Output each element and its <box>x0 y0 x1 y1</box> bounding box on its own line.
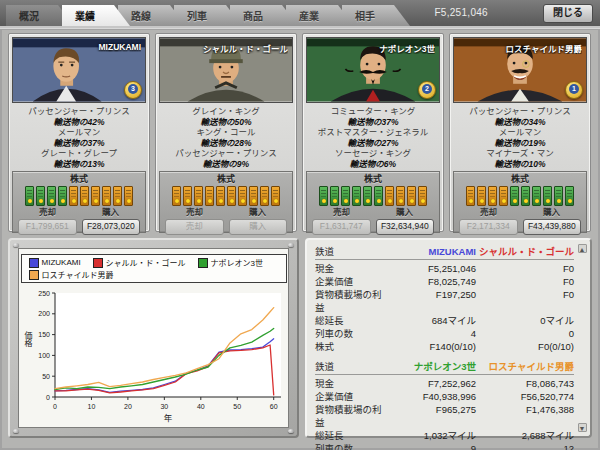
scroll-down-icon[interactable]: ▼ <box>578 423 587 432</box>
buy-label: 購入 <box>396 208 413 217</box>
legend-item: シャルル・ド・ゴール <box>93 257 186 268</box>
award-value: 輸送物の10% <box>453 159 587 170</box>
stock-certificate <box>477 186 486 206</box>
stock-certificate <box>499 186 508 206</box>
stock-certificates <box>16 186 142 206</box>
stock-box: 株式 売却 購入 F1,631,747 F32,634,940 <box>306 171 440 233</box>
close-button[interactable]: 閉じる <box>543 4 593 23</box>
trade-labels: 売却 購入 <box>310 208 436 217</box>
table-row: 現金F5,251,046F0 <box>315 262 574 275</box>
stock-chart-panel: MIZUKAMI シャルル・ド・ゴール ナポレオン3世 ロスチャイルド男爵 価格… <box>8 238 299 438</box>
buy-button[interactable]: F32,634,940 <box>376 219 435 235</box>
player-cash-readout: F5,251,046 <box>434 7 488 18</box>
player-name: シャルル・ド・ゴール <box>164 42 288 54</box>
bottom-row: MIZUKAMI シャルル・ド・ゴール ナポレオン3世 ロスチャイルド男爵 価格… <box>0 232 600 438</box>
stock-certificate <box>58 186 67 206</box>
stock-certificate <box>418 186 427 206</box>
chart-plot: 0501001502002500102030405060年 <box>21 287 289 425</box>
tab-strip: 概況 業績 路線 列車 商品 産業 相手 <box>6 5 398 26</box>
svg-text:0: 0 <box>53 403 57 410</box>
award-value: 輸送物の6% <box>306 159 440 170</box>
awards-list: グレイン・キング 輸送物の50% キング・コール 輸送物の28% パッセンジャー… <box>159 103 293 171</box>
legend-swatch-icon <box>29 270 39 280</box>
buy-button[interactable]: F28,073,020 <box>82 219 141 235</box>
award-title: コミューター・キング <box>306 106 440 117</box>
tab-opponents[interactable]: 相手 <box>342 5 410 26</box>
svg-text:150: 150 <box>38 331 50 338</box>
award-value: 輸送物の37% <box>12 138 146 149</box>
player-panel-mizukami: MIZUKAMI 3 パッセンジャー・プリンス 輸送物の42% メールマン 輸送… <box>8 33 150 232</box>
buy-button[interactable]: 購入 <box>229 219 288 235</box>
award-title: パッセンジャー・プリンス <box>453 106 587 117</box>
stock-certificates <box>163 186 289 206</box>
svg-text:0: 0 <box>46 394 50 401</box>
stock-certificate <box>113 186 122 206</box>
stock-box: 株式 売却 購入 F2,171,334 F43,439,880 <box>453 171 587 233</box>
stock-certificate <box>532 186 541 206</box>
table-row: 貨物積載場の利益F197,250F0 <box>315 288 574 314</box>
stock-certificate <box>80 186 89 206</box>
svg-text:40: 40 <box>197 403 205 410</box>
awards-list: パッセンジャー・プリンス 輸送物の42% メールマン 輸送物の37% グレート・… <box>12 103 146 171</box>
stock-certificate <box>396 186 405 206</box>
stock-certificate <box>238 186 247 206</box>
award-title: メールマン <box>12 127 146 138</box>
stock-certificate <box>91 186 100 206</box>
sell-button[interactable]: F1,799,651 <box>18 219 77 235</box>
svg-text:50: 50 <box>233 403 241 410</box>
svg-text:100: 100 <box>38 352 50 359</box>
player-panel-rothschild: ロスチャイルド男爵 1 パッセンジャー・プリンス 輸送物の34% メールマン 輸… <box>449 33 591 232</box>
stock-certificate <box>271 186 280 206</box>
stock-certificate <box>194 186 203 206</box>
legend-label: ナポレオン3世 <box>211 257 263 268</box>
awards-list: コミューター・キング 輸送物の37% ポストマスター・ジェネラル 輸送物の27%… <box>306 103 440 171</box>
award-title: グレイン・キング <box>159 106 293 117</box>
award-value: 輸送物の50% <box>159 117 293 128</box>
stock-title: 株式 <box>163 174 289 184</box>
rivet-icon <box>288 429 294 433</box>
rivet-icon <box>288 243 294 247</box>
stock-certificates <box>457 186 583 206</box>
stock-certificate <box>172 186 181 206</box>
sell-button[interactable]: 売却 <box>165 219 224 235</box>
table-row: 列車の数40 <box>315 327 574 340</box>
award-value: 輸送物の34% <box>453 117 587 128</box>
legend-swatch-icon <box>93 258 103 268</box>
award-title: パッセンジャー・プリンス <box>12 106 146 117</box>
rank-badge: 2 <box>418 81 436 99</box>
stock-certificate <box>102 186 111 206</box>
stock-box: 株式 売却 購入 F1,799,651 F28,073,020 <box>12 171 146 233</box>
buy-label: 購入 <box>543 208 560 217</box>
stock-certificate <box>319 186 328 206</box>
player-panels-row: MIZUKAMI 3 パッセンジャー・プリンス 輸送物の42% メールマン 輸送… <box>0 28 600 232</box>
stock-title: 株式 <box>310 174 436 184</box>
buy-button[interactable]: F43,439,880 <box>523 219 582 235</box>
stock-certificate <box>407 186 416 206</box>
svg-text:30: 30 <box>160 403 168 410</box>
table-row: 総延長1,032マイル2,688マイル <box>315 429 574 442</box>
svg-text:10: 10 <box>88 403 96 410</box>
sell-button[interactable]: F1,631,747 <box>312 219 371 235</box>
legend-label: ロスチャイルド男爵 <box>42 269 114 280</box>
sell-button[interactable]: F2,171,334 <box>459 219 518 235</box>
stock-certificate <box>124 186 133 206</box>
player-name: ロスチャイルド男爵 <box>458 42 582 54</box>
award-value: 輸送物の27% <box>306 138 440 149</box>
stock-certificate <box>363 186 372 206</box>
stock-certificate <box>521 186 530 206</box>
buy-label: 購入 <box>102 208 119 217</box>
svg-text:60: 60 <box>270 403 278 410</box>
stock-certificate <box>216 186 225 206</box>
table-row: 企業価値F40,938,996F56,520,774 <box>315 390 574 403</box>
table-row: 企業価値F8,025,749F0 <box>315 275 574 288</box>
award-title: グレート・グレープ <box>12 148 146 159</box>
buy-label: 購入 <box>249 208 266 217</box>
award-title: メールマン <box>453 127 587 138</box>
table-row: 貨物積載場の利益F965,275F1,476,388 <box>315 403 574 429</box>
svg-text:年: 年 <box>164 413 173 423</box>
legend-item: MIZUKAMI <box>29 257 81 268</box>
stock-certificate <box>25 186 34 206</box>
scroll-up-icon[interactable]: ▲ <box>578 244 587 253</box>
table-scrollbar[interactable]: ▲ ▼ <box>577 244 587 432</box>
trade-labels: 売却 購入 <box>163 208 289 217</box>
